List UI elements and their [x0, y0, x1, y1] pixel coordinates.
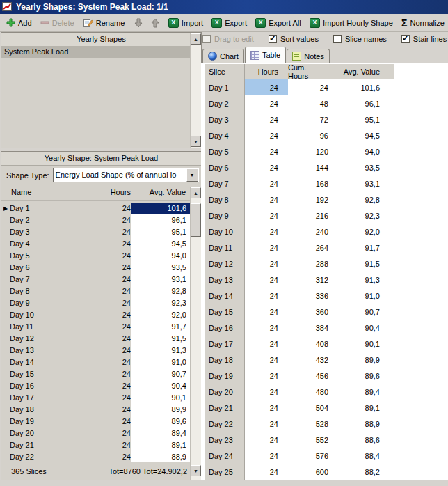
slice-name-cell[interactable]: Day 7 [10, 274, 106, 285]
column-header-hours[interactable]: Hours [106, 185, 131, 200]
option-checkbox[interactable]: Sort values [269, 35, 319, 43]
move-up-button[interactable] [147, 17, 163, 29]
avg-value-cell[interactable]: 90,4 [339, 320, 394, 336]
slice-avg-cell[interactable]: 96,1 [131, 214, 190, 226]
slice-hours-cell[interactable]: 24 [106, 368, 131, 380]
column-header-slice[interactable]: Slice [205, 64, 245, 79]
hours-cell[interactable]: 24 [245, 191, 288, 207]
slice-hours-cell[interactable]: 24 [106, 439, 131, 451]
list-item[interactable]: System Peak Load [1, 46, 190, 58]
slice-avg-cell[interactable]: 89,6 [131, 416, 190, 428]
slice-cell[interactable]: Day 8 [205, 191, 245, 207]
slice-avg-cell[interactable]: 94,0 [131, 250, 190, 262]
slice-name-cell[interactable]: Day 6 [10, 262, 106, 274]
slice-cell[interactable]: Day 24 [205, 448, 245, 464]
avg-value-cell[interactable]: 93,1 [339, 175, 394, 191]
cum-hours-cell[interactable]: 240 [288, 224, 339, 240]
column-header-hours[interactable]: Hours [245, 64, 288, 79]
hours-cell[interactable]: 24 [245, 464, 288, 480]
table-row[interactable]: Day 18 24 89,9 [1, 404, 190, 416]
avg-value-cell[interactable]: 91,5 [339, 256, 394, 272]
slice-cell[interactable]: Day 22 [205, 416, 245, 432]
slice-name-cell[interactable]: Day 3 [10, 226, 106, 238]
avg-value-cell[interactable]: 93,5 [339, 159, 394, 175]
table-row[interactable]: Day 5 24 94,0 [1, 250, 190, 262]
table-row[interactable]: Day 5 24 120 94,0 [205, 143, 448, 159]
slice-avg-cell[interactable]: 101,6 [131, 203, 190, 214]
table-row[interactable]: Day 21 24 504 89,1 [205, 400, 448, 416]
avg-value-cell[interactable]: 94,5 [339, 127, 394, 143]
table-row[interactable]: Day 21 24 89,1 [1, 439, 190, 451]
slice-cell[interactable]: Day 7 [205, 175, 245, 191]
hours-cell[interactable]: 24 [245, 159, 288, 175]
slice-cell[interactable]: Day 12 [205, 256, 245, 272]
cum-hours-cell[interactable]: 576 [288, 448, 339, 464]
slice-avg-cell[interactable]: 89,4 [131, 428, 190, 439]
avg-value-cell[interactable]: 101,6 [339, 79, 394, 95]
table-row[interactable]: Day 16 24 90,4 [1, 380, 190, 392]
cum-hours-cell[interactable]: 72 [288, 111, 339, 127]
cum-hours-cell[interactable]: 480 [288, 384, 339, 400]
rename-button[interactable]: Rename [79, 17, 129, 29]
table-row[interactable]: Day 23 24 552 88,6 [205, 432, 448, 448]
slice-cell[interactable]: Day 10 [205, 224, 245, 240]
avg-value-cell[interactable]: 92,3 [339, 207, 394, 224]
slice-avg-cell[interactable]: 92,0 [131, 309, 190, 321]
cum-hours-cell[interactable]: 360 [288, 304, 339, 320]
slice-cell[interactable]: Day 11 [205, 240, 245, 256]
cum-hours-cell[interactable]: 168 [288, 175, 339, 191]
tab-table[interactable]: Table [245, 47, 286, 63]
slice-cell[interactable]: Day 21 [205, 400, 245, 416]
avg-value-cell[interactable]: 94,0 [339, 143, 394, 159]
slice-name-cell[interactable]: Day 19 [10, 416, 106, 428]
cum-hours-cell[interactable]: 528 [288, 416, 339, 432]
hours-cell[interactable]: 24 [245, 207, 288, 224]
scroll-up-button[interactable]: ▲ [191, 33, 201, 45]
checkbox-box[interactable] [401, 35, 410, 43]
table-row[interactable]: Day 14 24 91,0 [1, 356, 190, 368]
slice-avg-cell[interactable]: 91,3 [131, 345, 190, 356]
table-row[interactable]: Day 15 24 360 90,7 [205, 304, 448, 320]
slice-name-cell[interactable]: Day 10 [10, 309, 106, 321]
table-row[interactable]: Day 14 24 336 91,0 [205, 288, 448, 304]
avg-value-cell[interactable]: 95,1 [339, 111, 394, 127]
cum-hours-cell[interactable]: 264 [288, 240, 339, 256]
hours-cell[interactable]: 24 [245, 368, 288, 384]
avg-value-cell[interactable]: 89,6 [339, 368, 394, 384]
cum-hours-cell[interactable]: 600 [288, 464, 339, 480]
table-row[interactable]: Day 16 24 384 90,4 [205, 320, 448, 336]
shapes-scrollbar[interactable]: ▲ ▼ [190, 33, 201, 148]
table-row[interactable]: Day 22 24 528 88,9 [205, 416, 448, 432]
avg-value-cell[interactable]: 90,1 [339, 336, 394, 352]
table-row[interactable]: Day 12 24 91,5 [1, 333, 190, 345]
slice-avg-cell[interactable]: 95,1 [131, 226, 190, 238]
cum-hours-cell[interactable]: 192 [288, 191, 339, 207]
table-row[interactable]: Day 12 24 288 91,5 [205, 256, 448, 272]
slice-hours-cell[interactable]: 24 [106, 297, 131, 309]
table-row[interactable]: Day 10 24 92,0 [1, 309, 190, 321]
import-hourly-shape-button[interactable]: X Import Hourly Shape [306, 17, 397, 29]
table-row[interactable]: Day 24 24 576 88,4 [205, 448, 448, 464]
shape-type-dropdown[interactable]: Energy Load Shape (% of annual lo ▼ [53, 168, 199, 182]
avg-value-cell[interactable]: 92,0 [339, 224, 394, 240]
hours-cell[interactable]: 24 [245, 79, 288, 95]
slice-avg-cell[interactable]: 94,5 [131, 238, 190, 250]
scroll-down-button[interactable]: ▼ [191, 136, 201, 147]
avg-value-cell[interactable]: 88,4 [339, 448, 394, 464]
slice-cell[interactable]: Day 20 [205, 384, 245, 400]
table-row[interactable]: Day 20 24 480 89,4 [205, 384, 448, 400]
cum-hours-cell[interactable]: 456 [288, 368, 339, 384]
avg-value-cell[interactable]: 88,9 [339, 416, 394, 432]
slice-name-cell[interactable]: Day 4 [10, 238, 106, 250]
slice-hours-cell[interactable]: 24 [106, 285, 131, 297]
table-row[interactable]: Day 8 24 92,8 [1, 285, 190, 297]
scroll-down-button[interactable]: ▼ [191, 465, 201, 476]
checkbox-box[interactable] [269, 35, 277, 43]
cum-hours-cell[interactable]: 408 [288, 336, 339, 352]
table-row[interactable]: Day 4 24 96 94,5 [205, 127, 448, 143]
slice-avg-cell[interactable]: 91,7 [131, 321, 190, 333]
column-header-avg-value[interactable]: Avg. Value [131, 185, 190, 200]
slice-hours-cell[interactable]: 24 [106, 345, 131, 356]
slice-hours-cell[interactable]: 24 [106, 309, 131, 321]
add-button[interactable]: Add [3, 17, 35, 29]
